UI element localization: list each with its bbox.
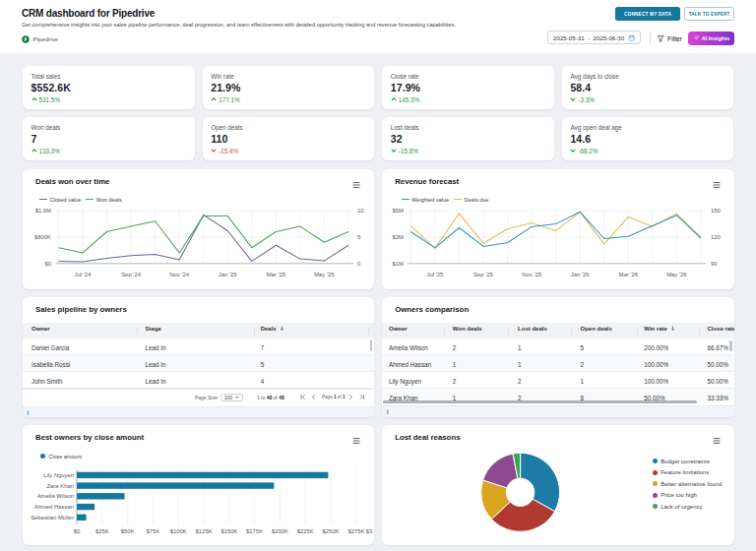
svg-text:$150K: $150K	[220, 528, 237, 534]
svg-text:5: 5	[357, 234, 361, 240]
svg-text:10: 10	[357, 208, 364, 214]
svg-text:$50K: $50K	[121, 528, 135, 534]
svg-text:$1.6M: $1.6M	[35, 208, 51, 214]
svg-text:Mar '26: Mar '26	[619, 271, 639, 276]
svg-text:Sebastian Müller: Sebastian Müller	[31, 514, 74, 520]
svg-text:Nov '24: Nov '24	[169, 271, 190, 276]
svg-text:$250K: $250K	[323, 528, 340, 534]
svg-text:Sep '24: Sep '24	[121, 271, 142, 276]
svg-text:150: 150	[711, 208, 722, 214]
svg-text:$0: $0	[74, 528, 81, 534]
svg-text:May '25: May '25	[314, 271, 335, 276]
svg-text:$225K: $225K	[297, 528, 314, 534]
svg-text:$175K: $175K	[246, 528, 263, 534]
svg-text:Jul '25: Jul '25	[427, 271, 445, 276]
svg-text:$3M: $3M	[393, 234, 405, 240]
svg-text:$3...: $3...	[366, 528, 374, 534]
svg-text:Jul '24: Jul '24	[75, 271, 93, 276]
svg-text:Mar '25: Mar '25	[267, 271, 286, 276]
svg-text:0: 0	[357, 260, 361, 266]
svg-text:Zara Khan: Zara Khan	[46, 482, 74, 488]
svg-text:Jan '26: Jan '26	[571, 271, 591, 276]
svg-text:Nov '25: Nov '25	[522, 271, 542, 276]
svg-text:$25K: $25K	[95, 528, 109, 534]
svg-text:$100K: $100K	[170, 528, 187, 534]
svg-text:$125K: $125K	[196, 528, 213, 534]
svg-text:Jan '25: Jan '25	[219, 271, 238, 276]
svg-text:$200K: $200K	[272, 528, 288, 534]
svg-text:$0: $0	[44, 260, 51, 266]
svg-text:Page 1 of 1: Page 1 of 1	[322, 396, 346, 400]
svg-text:120: 120	[711, 234, 722, 240]
svg-text:$1M: $1M	[393, 260, 405, 266]
svg-text:Lily Nguyen: Lily Nguyen	[43, 472, 74, 478]
svg-text:Sep '25: Sep '25	[473, 271, 494, 276]
svg-text:90: 90	[711, 260, 718, 266]
svg-text:Amelia Wilson: Amelia Wilson	[37, 493, 74, 499]
svg-text:$800K: $800K	[34, 234, 51, 240]
svg-text:May '26: May '26	[666, 271, 687, 276]
svg-text:$275K: $275K	[347, 528, 364, 534]
svg-text:$75K: $75K	[147, 528, 160, 534]
svg-text:$5M: $5M	[393, 208, 405, 214]
svg-text:Ahmed Hassan: Ahmed Hassan	[34, 504, 74, 510]
